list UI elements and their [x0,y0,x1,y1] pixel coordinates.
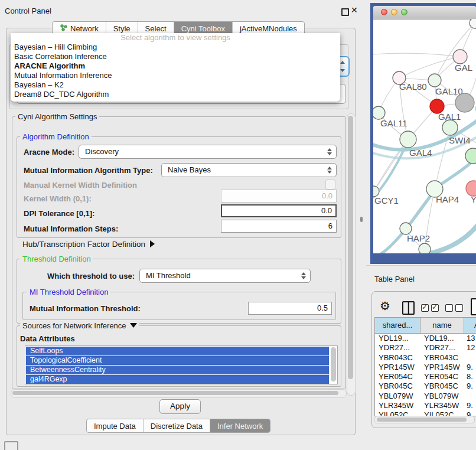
attribute-item[interactable]: BetweennessCentrality [26,366,329,374]
split-pane-icon[interactable] [402,301,415,315]
tab-label: Infer Network [217,422,263,431]
tab-impute-data[interactable]: Impute Data [87,419,143,432]
minimize-traffic-light-icon[interactable] [391,9,397,15]
network-window-titlebar[interactable] [373,6,476,19]
attribute-item[interactable]: gal4RGexp [26,375,329,384]
aracne-mode-combobox[interactable]: Discovery [79,145,337,159]
sources-title[interactable]: Sources for Network Inference [20,321,139,330]
panel-divider-grip[interactable] [360,217,363,222]
collapsed-arrow-icon [150,240,155,247]
horizontal-scrollbar-thumb[interactable] [12,391,338,395]
table-cell: 12 [464,343,476,353]
close-icon[interactable]: ✕ [351,5,358,15]
column-header-shared[interactable]: shared... [375,318,420,333]
list-scrollbar-thumb[interactable] [331,347,336,381]
attribute-item[interactable]: SelfLoops [26,347,329,356]
kernel-width-field[interactable]: 0.0 [221,190,337,203]
mi-threshold-label: Mutual Information Threshold: [30,304,141,313]
zoom-traffic-light-icon[interactable] [401,9,407,15]
which-threshold-value: MI Threshold [146,271,191,280]
table-row[interactable]: YDR27...YDR27...12 [375,343,476,353]
mi-threshold-field[interactable]: 0.5 [248,302,332,315]
table-row[interactable]: YBR045CYBR045C9. [375,381,476,391]
unchecked-checkbox-icon[interactable] [455,304,463,312]
sources-title-label: Sources for Network Inference [22,321,126,330]
table-cell: YER054C [375,372,420,381]
tab-infer-network[interactable]: Infer Network [210,419,270,432]
network-canvas[interactable]: GALGAL80GAL10GAL1GAL11SWI4GAL4GCY1HAP4YH… [373,19,476,253]
stepper-up-icon [301,272,306,275]
table-cell: YPR145W [375,363,420,372]
algorithm-option[interactable]: Bayesian – K2 [11,80,340,90]
stepper-up-icon [327,167,332,169]
table-row[interactable]: YER054CYER054C8. [375,372,476,381]
network-node-swi4[interactable] [442,120,458,135]
apply-button[interactable]: Apply [159,399,201,414]
algorithm-option[interactable]: ARACNE Algorithm [11,61,340,71]
table-cell [464,392,476,401]
table-horizontal-scrollbar[interactable] [374,416,475,423]
attribute-item[interactable]: TopologicalCoefficient [26,356,329,365]
network-node-gal10[interactable] [428,74,441,87]
column-header-name[interactable]: name [420,318,464,333]
document-icon[interactable] [471,298,476,315]
table-header-row: shared...nameA [375,318,476,334]
network-node-hap2[interactable] [400,223,412,234]
checked-checkbox-icon[interactable] [431,304,439,312]
gear-icon[interactable]: ⚙ [380,299,390,313]
close-traffic-light-icon[interactable] [381,9,387,15]
dpi-tolerance-field[interactable]: 0.0 [221,204,337,217]
stepper-up-icon [327,148,332,151]
dpi-tolerance-label: DPI Tolerance [0,1]: [24,209,94,218]
manual-kernel-checkbox[interactable] [325,180,335,190]
checked-checkbox-icon[interactable] [421,304,429,312]
table-cell: YBL079W [375,392,420,401]
table-cell [464,353,476,363]
minimized-panel-icon[interactable] [4,441,18,450]
settings-vertical-scrollbar[interactable] [347,113,356,396]
data-attributes-list[interactable]: SelfLoopsTopologicalCoefficientBetweenne… [25,345,338,384]
which-threshold-combobox[interactable]: MI Threshold [139,269,311,283]
table-row[interactable]: YBR043CYBR043C [375,353,476,363]
table-cell: YBR045C [420,381,464,391]
table-row[interactable]: YDL19...YDL19...13 [375,334,476,343]
column-header-A[interactable]: A [464,318,476,333]
mi-type-combobox[interactable]: Naive Bayes [161,163,337,177]
tab-label: Network [70,24,99,33]
table-cell: 9. [464,363,476,372]
table-row[interactable]: YBL079WYBL079W [375,392,476,401]
mi-steps-field[interactable]: 6 [221,220,337,233]
algorithm-option[interactable]: Dream8 DC_TDC Algorithm [11,90,340,99]
manual-kernel-label: Manual Kernel Width Definition [24,181,137,190]
mi-type-value: Naive Bayes [168,165,211,174]
unchecked-checkbox-icon[interactable] [445,304,453,312]
tab-discretize-data[interactable]: Discretize Data [143,419,210,432]
hub-definition-toggle[interactable]: Hub/Transcription Factor Definition [22,240,155,249]
network-node-gal[interactable] [453,50,467,64]
float-window-icon[interactable] [341,8,349,16]
algorithm-option[interactable]: Mutual Information Inference [11,71,340,80]
table-cell: YBR043C [420,353,464,363]
network-node-gal4[interactable] [400,131,416,148]
vertical-scrollbar-thumb[interactable] [348,116,353,379]
tab-label: Style [113,24,131,33]
table-row[interactable]: YLR345WYLR345W9. [375,401,476,410]
network-node[interactable] [419,243,431,253]
settings-horizontal-scrollbar[interactable] [11,389,347,398]
table-body: YDL19...YDL19...13YDR27...YDR27...12YBR0… [375,334,476,416]
network-node-label: GAL80 [399,81,427,92]
network-node[interactable] [470,19,476,28]
mi-steps-label: Mutual Information Steps: [24,224,118,233]
network-node-label: HAP4 [436,194,459,204]
network-node-label: Y [471,194,476,204]
table-row[interactable]: YPR145WYPR145W9. [375,363,476,372]
network-node[interactable] [465,148,476,164]
stepper-down-icon [301,276,306,279]
table-scrollbar-thumb[interactable] [377,418,467,422]
table-cell: 13 [464,334,476,343]
bottom-tabbar: Impute DataDiscretize DataInfer Network [86,419,270,433]
network-node-gal11[interactable] [373,106,385,119]
algorithm-option[interactable]: Bayesian – Hill Climbing [11,43,340,52]
algorithm-option[interactable]: Basic Correlation Inference [11,52,340,61]
network-node[interactable] [455,93,474,112]
